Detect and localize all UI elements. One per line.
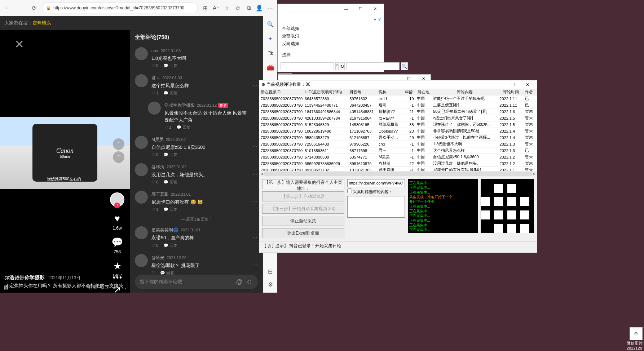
discover-icon[interactable]: ✦ xyxy=(266,35,274,43)
search-tag[interactable]: 定焦镜头 xyxy=(32,20,51,26)
comment-more-icon[interactable]: ⋯ xyxy=(252,198,258,205)
comment-avatar[interactable] xyxy=(135,163,148,176)
refresh-path-button[interactable]: ↻ xyxy=(340,62,345,70)
volume-icon[interactable]: 🔊 xyxy=(113,284,118,290)
table-row[interactable]: 7028389502020373790992095277321012021305… xyxy=(259,167,537,172)
scraper-table[interactable]: 所在视频IDUID(点击表项可扫码)抖音号昵称年龄所在地评论内容评论时间作者 7… xyxy=(259,89,537,171)
comment-avatar[interactable] xyxy=(135,74,148,87)
scraper-close-button[interactable]: ✕ xyxy=(520,82,535,87)
like-button[interactable]: ♡ 0 xyxy=(151,152,158,157)
comment-avatar[interactable] xyxy=(135,47,148,60)
dropdown-icon[interactable]: ▾ xyxy=(374,17,376,22)
table-row[interactable]: 7028389502020373790184766049158684440514… xyxy=(259,108,537,115)
sidebar-toggle-icon[interactable]: ⊟ xyxy=(266,267,274,275)
follow-plus-icon[interactable]: + xyxy=(114,203,120,208)
comment-avatar[interactable] xyxy=(135,226,148,239)
like-button[interactable]: ♡ 0 xyxy=(151,180,158,185)
scraper-maximize-button[interactable]: ☐ xyxy=(506,82,520,87)
minimize-button[interactable]: — xyxy=(339,4,353,14)
reply-button[interactable]: 💬 回复 xyxy=(163,179,177,185)
speed-label[interactable]: 倍速 xyxy=(101,284,109,290)
table-header-cell[interactable]: UID(点击表项可扫码) xyxy=(303,89,348,95)
fullscreen-icon[interactable]: ⛶ xyxy=(122,284,126,290)
like-button[interactable]: ♡ 0 xyxy=(151,243,158,248)
search-icon[interactable]: 🔍 xyxy=(266,20,274,28)
tab-actions-icon[interactable]: ⊞ xyxy=(201,4,209,12)
refresh-button[interactable]: ⟳ xyxy=(29,3,39,13)
comment-avatar[interactable] xyxy=(135,254,148,267)
reply-button[interactable]: 💬 回复 xyxy=(163,243,177,248)
step2-button[interactable]: 【第二步】启动浏览器 xyxy=(262,191,344,201)
table-row[interactable]: 70283895020203737906643857238059761802In… xyxy=(259,95,537,102)
reply-button[interactable]: 💬 回复 xyxy=(176,125,190,130)
comment-author[interactable]: 浩叔带你学摄影 xyxy=(164,103,195,108)
comment-author[interactable]: @哈光 xyxy=(151,255,164,260)
wechat-image-thumb[interactable]: 💬 xyxy=(630,327,643,340)
comment-author[interactable]: 是笑笑笑啊🌀 xyxy=(151,227,178,232)
video-menu-icon[interactable]: ••• xyxy=(113,274,123,282)
reply-button[interactable]: 💬 回复 xyxy=(163,63,177,68)
author-avatar[interactable]: + xyxy=(110,192,124,207)
url-input[interactable] xyxy=(347,179,405,187)
comment-more-icon[interactable]: ⋯ xyxy=(252,234,258,241)
settings-icon[interactable]: ⚙ xyxy=(266,280,274,288)
path-dropdown-button[interactable]: ˅ xyxy=(335,62,339,70)
maximize-button[interactable]: ☐ xyxy=(353,4,368,14)
select-all-item[interactable]: 全部选择 xyxy=(282,25,379,32)
next-video-button[interactable]: ˅ xyxy=(113,151,124,163)
table-header-cell[interactable]: 作者 xyxy=(524,89,537,95)
comment-author[interactable]: crcr xyxy=(151,48,159,53)
expand-replies-button[interactable]: — 展开1条回复 ˅ xyxy=(135,215,258,223)
table-header-cell[interactable]: 所在地 xyxy=(415,89,432,95)
comment-avatar[interactable] xyxy=(135,136,148,149)
horizontal-scrollbar[interactable]: ◂▸ xyxy=(259,171,537,176)
reply-button[interactable]: 💬 回复 xyxy=(163,207,177,212)
table-row[interactable]: 70283895020203737905101359351168717698君～… xyxy=(259,147,537,154)
comment-more-icon[interactable]: ⋯ xyxy=(252,54,258,61)
close-button[interactable]: ✕ xyxy=(368,4,382,14)
address-bar[interactable]: 🔒 https://www.douyin.com/discover?modal_… xyxy=(42,3,198,13)
emoji-icon[interactable]: ☺ xyxy=(246,278,253,286)
tools-icon[interactable]: 🧰 xyxy=(266,63,274,71)
scraper-minimize-button[interactable]: — xyxy=(491,82,506,87)
select-none-item[interactable]: 全部取消 xyxy=(282,32,379,40)
comment-more-icon[interactable]: ⋯ xyxy=(252,261,258,268)
table-row[interactable]: 7028389502020373790386992678583602939816… xyxy=(259,160,537,167)
table-row[interactable]: 70283895020203737906714800850063574771M昊… xyxy=(259,154,537,160)
reply-button[interactable]: 💬 回复 xyxy=(163,90,177,96)
table-row[interactable]: 702838950202037379095804353279612195687喜… xyxy=(259,134,537,141)
profile-icon[interactable]: 👤 xyxy=(255,4,264,12)
comment-input[interactable]: 留下你的精彩评论吧 @ ☺ xyxy=(135,275,258,289)
video-author[interactable]: @浩叔带你学摄影 xyxy=(4,275,45,280)
comment-avatar[interactable] xyxy=(148,102,161,115)
table-row[interactable]: 702838950202037379061523046329145308195胖… xyxy=(259,121,537,128)
collections-icon[interactable]: ⧉ xyxy=(244,4,253,12)
step3-button[interactable]: 【第三步】开始自动采集视频评论 xyxy=(262,204,344,214)
select-invert-item[interactable]: 反向选择 xyxy=(282,40,379,48)
back-button[interactable]: ← xyxy=(3,3,13,13)
table-row[interactable]: 7028389502020373790106229519488171109276… xyxy=(259,128,537,134)
like-action[interactable]: ♥ 1.6w xyxy=(111,212,124,231)
filter-textarea[interactable] xyxy=(347,196,405,218)
stop-button[interactable]: 停止自动采集 xyxy=(262,216,344,226)
at-icon[interactable]: @ xyxy=(236,278,242,286)
comment-more-icon[interactable]: ⋯ xyxy=(252,143,258,150)
play-icon[interactable]: ▮▮ xyxy=(4,285,9,290)
read-aloud-icon[interactable]: A⁺ xyxy=(212,4,220,12)
search-button[interactable]: 🔍 xyxy=(401,62,408,70)
like-button[interactable]: ♡ 1 xyxy=(151,91,158,95)
table-header-cell[interactable]: 评论内容 xyxy=(432,89,498,95)
scraper-titlebar[interactable]: ⚙ 当前视频评论数量：80 — ☐ ✕ xyxy=(259,80,537,89)
path-input[interactable] xyxy=(281,62,334,70)
table-header-cell[interactable]: 年龄 xyxy=(402,89,415,95)
help-icon[interactable]: ? xyxy=(378,17,381,22)
favorite-icon[interactable]: ☆ xyxy=(222,4,231,12)
close-video-icon[interactable]: ✕ xyxy=(14,37,24,51)
quality-label[interactable]: 智能 xyxy=(88,284,97,290)
table-header-cell[interactable]: 所在视频ID xyxy=(259,89,303,95)
search-input[interactable] xyxy=(346,62,400,70)
comment-more-icon[interactable]: ⋯ xyxy=(252,82,258,89)
reply-button[interactable]: 💬 回复 xyxy=(163,152,177,157)
like-button[interactable]: ♡ 1 xyxy=(164,125,171,130)
favorites-bar-icon[interactable]: ✩ xyxy=(233,4,242,12)
